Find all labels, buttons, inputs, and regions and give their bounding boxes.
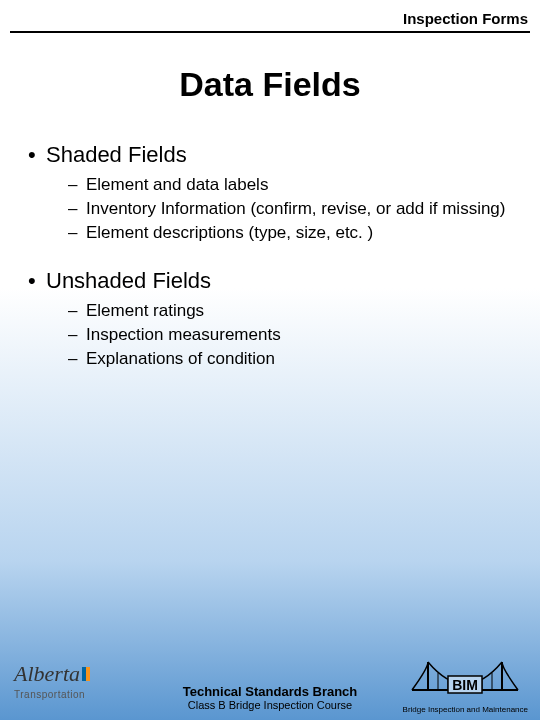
footer-left-logo: Alberta Transportation: [14, 661, 90, 700]
footer-center: Technical Standards Branch Class B Bridg…: [183, 684, 358, 712]
sub-list-unshaded: – Element ratings – Inspection measureme…: [68, 300, 520, 370]
dash-icon: –: [68, 222, 86, 244]
bullet-dot-icon: •: [28, 268, 46, 294]
list-item: – Element descriptions (type, size, etc.…: [68, 222, 520, 244]
footer: Alberta Transportation Technical Standar…: [0, 630, 540, 720]
dash-icon: –: [68, 174, 86, 196]
alberta-logo: Alberta: [14, 661, 90, 687]
bim-caption: Bridge Inspection and Maintenance: [403, 705, 528, 714]
list-item: – Element and data labels: [68, 174, 520, 196]
footer-right: BIM Bridge Inspection and Maintenance: [403, 650, 528, 714]
sub-item-text: Explanations of condition: [86, 348, 275, 370]
alberta-wordmark: Alberta: [14, 661, 80, 686]
dash-icon: –: [68, 324, 86, 346]
footer-center-line2: Class B Bridge Inspection Course: [183, 699, 358, 712]
header-label: Inspection Forms: [0, 0, 540, 31]
bullet-label: Unshaded Fields: [46, 268, 211, 294]
dash-icon: –: [68, 348, 86, 370]
list-item: – Inventory Information (confirm, revise…: [68, 198, 520, 220]
bim-acronym: BIM: [452, 677, 478, 693]
bullet-label: Shaded Fields: [46, 142, 187, 168]
header-rule: [10, 31, 530, 33]
content-area: • Shaded Fields – Element and data label…: [0, 142, 540, 371]
sub-item-text: Element descriptions (type, size, etc. ): [86, 222, 373, 244]
dash-icon: –: [68, 300, 86, 322]
sub-item-text: Element ratings: [86, 300, 204, 322]
sub-item-text: Inventory Information (confirm, revise, …: [86, 198, 505, 220]
footer-center-line1: Technical Standards Branch: [183, 684, 358, 699]
transportation-label: Transportation: [14, 689, 90, 700]
sub-item-text: Inspection measurements: [86, 324, 281, 346]
list-item: – Explanations of condition: [68, 348, 520, 370]
list-item: – Element ratings: [68, 300, 520, 322]
slide-title: Data Fields: [0, 65, 540, 104]
sub-list-shaded: – Element and data labels – Inventory In…: [68, 174, 520, 244]
bullet-unshaded-fields: • Unshaded Fields: [28, 268, 520, 294]
dash-icon: –: [68, 198, 86, 220]
list-item: – Inspection measurements: [68, 324, 520, 346]
sub-item-text: Element and data labels: [86, 174, 268, 196]
bullet-shaded-fields: • Shaded Fields: [28, 142, 520, 168]
bullet-dot-icon: •: [28, 142, 46, 168]
alberta-swoosh-icon: [82, 667, 90, 681]
bridge-icon: BIM: [410, 650, 520, 700]
